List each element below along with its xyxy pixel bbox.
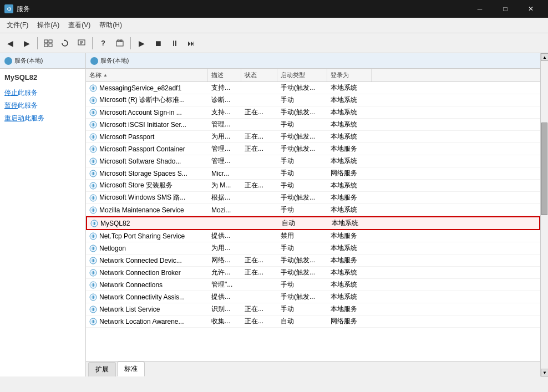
cell-desc: 管理... — [208, 155, 241, 167]
forward-button[interactable]: ▶ — [19, 36, 34, 50]
cell-login: 本地系统 — [327, 279, 372, 291]
toolbar-sep-3 — [130, 37, 131, 49]
table-row[interactable]: Mozilla Maintenance Service Mozi... 手动 本… — [86, 204, 540, 216]
col-header-status[interactable]: 状态 — [241, 69, 277, 82]
cell-desc: 为 M... — [208, 180, 241, 191]
cell-login: 本地系统 — [327, 82, 372, 94]
table-row[interactable]: Netlogon 为用... 手动 本地系统 — [86, 242, 540, 254]
col-header-startup[interactable]: 启动类型 — [277, 69, 327, 82]
col-header-name[interactable]: 名称 ▲ — [86, 69, 208, 82]
col-header-desc[interactable]: 描述 — [208, 69, 241, 82]
cell-startup: 手动(触发... — [277, 267, 327, 278]
svg-rect-2 — [44, 44, 48, 47]
cell-startup: 自动 — [277, 315, 327, 327]
table-row[interactable]: Microsoft iSCSI Initiator Ser... 管理... 手… — [86, 119, 540, 131]
scroll-thumb[interactable] — [541, 123, 547, 215]
cell-login: 本地系统 — [327, 131, 372, 142]
close-button[interactable]: ✕ — [518, 0, 544, 18]
table-row[interactable]: Microsoft Account Sign-in ... 支持... 正在..… — [86, 106, 540, 119]
table-row[interactable]: Microsoft (R) 诊断中心标准... 诊断... 手动 本地系统 — [86, 94, 540, 106]
export-button[interactable] — [74, 36, 89, 50]
cell-desc: 支持... — [208, 82, 241, 94]
cell-startup: 手动 — [277, 204, 327, 216]
restart-service-link[interactable]: 重启动此服务 — [4, 114, 81, 123]
pause-service-link[interactable]: 暂停此服务 — [4, 101, 81, 110]
table-row[interactable]: Network Connection Broker 允许... 正在... 手动… — [86, 267, 540, 279]
right-scrollbar: ▲ ▼ — [540, 53, 548, 376]
cell-name: Microsoft Passport — [86, 132, 208, 142]
table-row[interactable]: Microsoft Passport 为用... 正在... 手动(触发... … — [86, 131, 540, 143]
service-icon — [89, 84, 97, 92]
resume-service-button[interactable]: ⏭ — [184, 36, 199, 50]
cell-startup: 手动 — [277, 94, 327, 106]
service-table[interactable]: 名称 ▲ 描述 状态 启动类型 登录为 — [86, 69, 540, 361]
cell-startup: 手动 — [277, 167, 327, 179]
cell-status — [241, 247, 277, 250]
scroll-down[interactable]: ▼ — [541, 369, 548, 376]
svg-rect-0 — [44, 40, 48, 43]
cell-status: 正在... — [241, 143, 277, 155]
cell-status — [241, 87, 277, 89]
table-row[interactable]: Microsoft Storage Spaces S... Micr... 手动… — [86, 167, 540, 180]
cell-login: 本地服务 — [327, 192, 372, 203]
cell-startup: 手动(触发... — [277, 82, 327, 94]
tab-standard[interactable]: 标准 — [117, 362, 145, 376]
pause-service-button[interactable]: ⏸ — [167, 36, 182, 50]
service-icon — [89, 157, 97, 165]
cell-login: 网络服务 — [327, 315, 372, 327]
col-header-login[interactable]: 登录为 — [327, 69, 372, 82]
menu-action[interactable]: 操作(A) — [33, 18, 64, 32]
cell-startup: 手动(触发... — [277, 192, 327, 203]
table-row[interactable]: Network Connections 管理"... 手动 本地系统 — [86, 279, 540, 291]
sidebar: 服务(本地) MySQL82 停止此服务 暂停此服务 重启动此服务 — [0, 53, 86, 376]
cell-status — [241, 172, 277, 175]
help-button[interactable]: ? — [95, 36, 111, 50]
cell-login: 本地系统 — [327, 180, 372, 191]
sidebar-service-name: MySQL82 — [4, 73, 81, 82]
cell-status: 正在... — [241, 180, 277, 191]
stop-service-link[interactable]: 停止此服务 — [4, 88, 81, 98]
start-service-button[interactable]: ▶ — [134, 36, 149, 50]
minimize-button[interactable]: ─ — [467, 0, 493, 18]
properties-button[interactable] — [112, 36, 128, 50]
table-row[interactable]: Network Connectivity Assis... 提供... 手动(触… — [86, 291, 540, 303]
menu-help[interactable]: 帮助(H) — [95, 18, 126, 32]
cell-status: 正在... — [241, 254, 277, 266]
refresh-button[interactable] — [57, 36, 73, 50]
table-row[interactable]: Network Connected Devic... 网络... 正在... 手… — [86, 254, 540, 267]
menu-view[interactable]: 查看(V) — [64, 18, 95, 32]
stop-service-button[interactable]: ⏹ — [150, 36, 166, 50]
maximize-button[interactable]: □ — [493, 0, 518, 18]
cell-name: Microsoft Storage Spaces S... — [86, 169, 208, 179]
table-row[interactable]: MessagingService_e82adf1 支持... 手动(触发... … — [86, 82, 540, 94]
service-icon — [89, 121, 97, 129]
view-button[interactable] — [40, 36, 56, 50]
table-row[interactable]: Microsoft Software Shado... 管理... 手动 本地系… — [86, 155, 540, 167]
cell-status — [241, 197, 277, 199]
tab-expand[interactable]: 扩展 — [88, 362, 116, 376]
service-icon — [89, 182, 97, 190]
cell-name: Network Location Awarene... — [86, 317, 208, 327]
table-row[interactable]: Network List Service 识别... 正在... 手动 本地服务 — [86, 303, 540, 315]
service-icon — [89, 133, 97, 141]
cell-startup: 手动 — [277, 155, 327, 167]
table-row[interactable]: Network Location Awarene... 收集... 正在... … — [86, 315, 540, 328]
scroll-up[interactable]: ▲ — [541, 53, 548, 61]
table-row[interactable]: Microsoft Store 安装服务 为 M... 正在... 手动 本地系… — [86, 180, 540, 192]
cell-status — [241, 160, 277, 162]
content-header-text: 服务(本地) — [100, 57, 129, 65]
table-row[interactable]: Microsoft Passport Container 管理... 正在...… — [86, 143, 540, 155]
table-row[interactable]: MySQL82 自动 本地系统 — [86, 216, 540, 230]
menu-file[interactable]: 文件(F) — [2, 18, 33, 32]
back-button[interactable]: ◀ — [2, 36, 18, 50]
cell-login: 本地系统 — [327, 267, 372, 278]
window-controls: ─ □ ✕ — [467, 0, 544, 18]
cell-desc: Mozi... — [208, 205, 241, 215]
cell-desc: 管理"... — [208, 279, 241, 291]
cell-login: 本地服务 — [327, 143, 372, 155]
cell-name: Network Connection Broker — [86, 268, 208, 278]
table-row[interactable]: Microsoft Windows SMS 路... 根据... 手动(触发..… — [86, 192, 540, 204]
scroll-track[interactable] — [541, 61, 548, 369]
cell-name: MessagingService_e82adf1 — [86, 83, 208, 93]
table-row[interactable]: Net.Tcp Port Sharing Service 提供... 禁用 本地… — [86, 230, 540, 242]
